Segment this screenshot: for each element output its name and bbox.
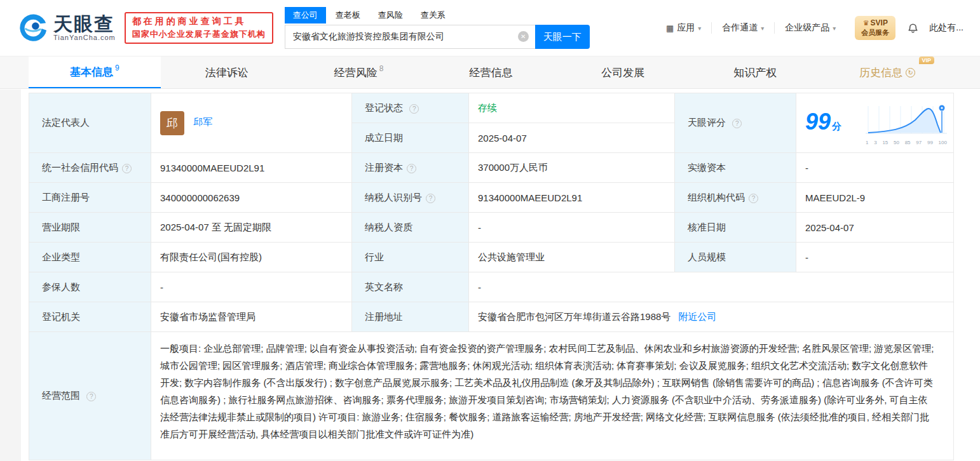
reg-status-value: 存续 [478, 102, 497, 113]
tab-count: 8 [379, 64, 384, 73]
tab-intellectual-property[interactable]: 知识产权 [689, 57, 821, 88]
help-icon[interactable]: ? [749, 194, 758, 203]
brand-slogan-box: 都在用的商业查询工具 国家中小企业发展子基金旗下机构 [125, 12, 273, 44]
slogan-line2: 国家中小企业发展子基金旗下机构 [132, 29, 266, 40]
tab-business-risk[interactable]: 经营风险 8 [293, 57, 425, 88]
section-tabbar: 基本信息 9 法律诉讼 经营风险 8 经营信息 公司发展 知识产权 历史信息 V… [0, 56, 980, 89]
chevron-down-icon: ▾ [833, 25, 836, 32]
table-row: 经营范围 ? 一般项目: 企业总部管理; 品牌管理; 以自有资金从事投资活动; … [29, 332, 954, 460]
tab-business-info[interactable]: 经营信息 [425, 57, 557, 88]
svip-member-button[interactable]: ♛SVIP 会员服务 [855, 16, 895, 40]
table-row: 登记机关 安徽省市场监督管理局 注册地址 安徽省合肥市包河区万年埠街道云谷路19… [29, 302, 954, 332]
establish-date-value: 2025-04-07 [478, 133, 527, 144]
org-code-value: MAEEUD2L-9 [805, 192, 865, 203]
tab-company-development[interactable]: 公司发展 [557, 57, 689, 88]
apps-grid-icon: ▦ [666, 23, 674, 33]
tab-label: 历史信息 [859, 65, 902, 80]
slogan-line1: 都在用的商业查询工具 [132, 16, 266, 27]
help-icon[interactable]: ? [426, 194, 435, 203]
table-row: 参保人数 - 英文名称 - [29, 272, 954, 302]
menu-enterprise-products-label: 企业级产品 [785, 22, 829, 34]
table-row: 企业类型 有限责任公司(国有控股) 行业 公共设施管理业 人员规模 - [29, 243, 954, 272]
legal-rep-label: 法定代表人 [42, 117, 90, 128]
search-tab-company[interactable]: 查公司 [285, 7, 326, 23]
search-button[interactable]: 天眼一下 [535, 25, 590, 49]
menu-cooperation[interactable]: 合作通道 ▾ [711, 22, 774, 34]
search-type-tabs: 查公司 查老板 查风险 查关系 [285, 7, 590, 23]
business-scope-text: 一般项目: 企业总部管理; 品牌管理; 以自有资金从事投资活动; 自有资金投资的… [160, 340, 937, 443]
tab-label: 经营风险 [334, 65, 378, 80]
svip-sub-label: 会员服务 [861, 28, 889, 37]
insured-count-value: - [160, 282, 163, 293]
score-label: 天眼评分 [688, 117, 726, 128]
tianyan-score: 99分 [805, 110, 841, 138]
staff-size-label: 人员规模 [688, 251, 726, 262]
business-term-value: 2025-04-07 至 无固定期限 [160, 222, 271, 232]
search-area: 查公司 查老板 查风险 查关系 ✕ 天眼一下 [285, 7, 590, 49]
nearby-companies-link[interactable]: 附近公司 [679, 311, 717, 322]
taxpayer-id-value: 91340000MAEEUD2L91 [478, 192, 582, 203]
notification-bell-icon[interactable] [907, 22, 919, 35]
table-row: 法定代表人 邱 邱军 登记状态 ? 存续 天眼评分 ? 99分 [29, 93, 954, 123]
search-input[interactable] [285, 25, 535, 49]
svip-label: SVIP [871, 18, 888, 27]
approval-date-label: 核准日期 [688, 222, 726, 232]
tab-label: 公司发展 [601, 65, 644, 80]
taxpayer-id-label: 纳税人识别号 [365, 192, 422, 203]
menu-apps[interactable]: ▦ 应用 ▾ [656, 22, 711, 34]
header-menu: ▦ 应用 ▾ 合作通道 ▾ 企业级产品 ▾ [656, 22, 846, 34]
crown-icon: ♛ [863, 19, 869, 27]
search-tab-relation[interactable]: 查关系 [412, 7, 454, 23]
top-header: 天眼查 TianYanCha.com 都在用的商业查询工具 国家中小企业发展子基… [0, 0, 980, 56]
tab-historical-info[interactable]: 历史信息 VIP ↻ [821, 57, 953, 88]
help-icon[interactable]: ? [409, 104, 419, 114]
table-row: 工商注册号 340000000062639 纳税人识别号? 91340000MA… [29, 183, 954, 213]
chevron-down-icon: ▾ [698, 25, 701, 32]
tianyancha-logo[interactable]: 天眼查 TianYanCha.com [19, 12, 116, 44]
header-notice-text[interactable]: 此处有... [929, 22, 963, 34]
reg-address-label: 注册地址 [365, 311, 403, 322]
vip-tag: VIP [919, 57, 935, 64]
staff-size-value: - [805, 252, 808, 263]
business-scope-label: 经营范围 [42, 390, 80, 401]
legal-rep-link[interactable]: 邱军 [193, 116, 212, 127]
tab-legal-proceedings[interactable]: 法律诉讼 [161, 57, 293, 88]
history-icon: ↻ [906, 68, 915, 77]
approval-date-value: 2025-04-07 [805, 222, 854, 233]
reg-address-value: 安徽省合肥市包河区万年埠街道云谷路1988号 [478, 311, 670, 322]
search-tab-risk[interactable]: 查风险 [370, 7, 411, 23]
paid-capital-value: - [805, 163, 808, 173]
help-icon[interactable]: ? [122, 164, 132, 173]
clear-search-icon[interactable]: ✕ [518, 31, 529, 42]
tab-label: 经营信息 [470, 65, 513, 80]
menu-cooperation-label: 合作通道 [722, 22, 758, 34]
org-code-label: 组织机构代码 [688, 192, 745, 203]
legal-rep-avatar[interactable]: 邱 [160, 111, 184, 135]
taxpayer-quality-label: 纳税人资质 [365, 222, 412, 232]
english-name-value: - [478, 282, 481, 293]
menu-enterprise-products[interactable]: 企业级产品 ▾ [774, 22, 846, 34]
help-icon[interactable]: ? [86, 392, 96, 401]
reg-capital-label: 注册资本 [365, 162, 403, 173]
tianyancha-logo-icon [19, 12, 48, 44]
help-icon[interactable]: ? [732, 119, 742, 128]
tab-label: 基本信息 [70, 65, 113, 79]
reg-authority-value: 安徽省市场监督管理局 [160, 311, 255, 322]
english-name-label: 英文名称 [365, 281, 403, 292]
tab-basic-info[interactable]: 基本信息 9 [29, 57, 161, 88]
table-row: 营业期限 2025-04-07 至 无固定期限 纳税人资质 - 核准日期 202… [29, 213, 954, 243]
establish-date-label: 成立日期 [365, 132, 403, 143]
paid-capital-label: 实缴资本 [688, 162, 726, 173]
tab-label: 法律诉讼 [205, 65, 248, 80]
reg-authority-label: 登记机关 [42, 311, 80, 322]
company-type-label: 企业类型 [42, 251, 80, 262]
tab-count: 9 [115, 63, 119, 72]
credit-code-label: 统一社会信用代码 [42, 162, 118, 173]
reg-status-label: 登记状态 [365, 102, 403, 113]
reg-number-label: 工商注册号 [42, 192, 90, 203]
help-icon[interactable]: ? [407, 164, 416, 173]
reg-capital-value: 370000万人民币 [478, 162, 548, 173]
search-tab-boss[interactable]: 查老板 [327, 7, 369, 23]
credit-code-value: 91340000MAEEUD2L91 [160, 163, 264, 173]
industry-value: 公共设施管理业 [478, 251, 545, 262]
